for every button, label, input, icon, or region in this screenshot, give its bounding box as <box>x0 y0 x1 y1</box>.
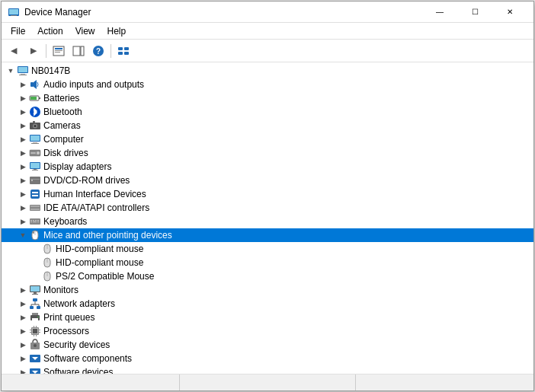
svg-rect-86 <box>39 332 40 333</box>
tree-item-processors[interactable]: ▶ Process <box>2 324 533 338</box>
toolbar-btn-4[interactable] <box>69 42 88 60</box>
ide-label: IDE ATA/ATAPI controllers <box>43 202 149 213</box>
svg-rect-21 <box>39 97 40 99</box>
security-expander[interactable]: ▶ <box>17 339 29 351</box>
window-title: Device Manager <box>24 7 422 18</box>
monitors-expander[interactable]: ▶ <box>17 284 29 296</box>
toolbar-btn-3[interactable] <box>50 42 68 60</box>
tree-item-computer[interactable]: ▶ Computer <box>2 132 533 146</box>
svg-rect-69 <box>33 298 37 301</box>
tree-item-print[interactable]: ▶ Print queues <box>2 311 533 324</box>
back-button[interactable]: ◀ <box>5 42 23 60</box>
disk-label: Disk drives <box>43 148 88 158</box>
close-button[interactable]: ✕ <box>492 2 527 23</box>
computer-expander[interactable]: ▶ <box>17 133 29 145</box>
menu-action[interactable]: Action <box>31 24 69 38</box>
software-devices-expander[interactable]: ▶ <box>17 366 29 374</box>
tree-item-keyboard[interactable]: ▶ Keyboards <box>2 215 533 228</box>
tree-item-monitors[interactable]: ▶ Monitors <box>2 283 533 297</box>
tree-item-software-components[interactable]: ▶ Software components <box>2 352 533 365</box>
svg-rect-47 <box>30 209 40 210</box>
svg-rect-71 <box>37 306 40 309</box>
network-expander[interactable]: ▶ <box>17 298 29 310</box>
maximize-button[interactable]: ☐ <box>457 2 492 23</box>
device-manager-window: Device Manager — ☐ ✕ File Action View He… <box>1 1 534 391</box>
svg-rect-50 <box>33 220 34 221</box>
svg-text:?: ? <box>96 47 101 56</box>
device-tree[interactable]: ▼ NB0147B ▶ <box>2 62 533 374</box>
svg-rect-43 <box>32 192 38 193</box>
root-label: NB0147B <box>31 65 70 76</box>
svg-point-26 <box>34 125 37 127</box>
minimize-button[interactable]: — <box>422 2 457 23</box>
tree-root[interactable]: ▼ NB0147B <box>2 64 533 78</box>
status-bar <box>2 374 533 390</box>
batteries-icon <box>29 92 41 104</box>
processors-expander[interactable]: ▶ <box>17 325 29 337</box>
svg-rect-38 <box>32 170 38 171</box>
svg-rect-29 <box>30 135 40 141</box>
help-button[interactable]: ? <box>89 42 107 60</box>
cameras-expander[interactable]: ▶ <box>17 120 29 132</box>
svg-rect-42 <box>30 190 40 199</box>
cameras-icon <box>29 120 41 132</box>
svg-rect-40 <box>30 179 40 180</box>
tree-item-hid-mouse-1[interactable]: ▶ HID-compliant mouse <box>2 242 533 256</box>
menu-file[interactable]: File <box>5 24 31 38</box>
tree-item-software-devices[interactable]: ▶ Software devices <box>2 365 533 374</box>
svg-rect-55 <box>37 221 39 222</box>
toolbar-btn-6[interactable] <box>114 42 133 60</box>
menu-help[interactable]: Help <box>101 24 133 38</box>
root-expander[interactable]: ▼ <box>5 65 17 77</box>
svg-point-41 <box>31 180 33 181</box>
tree-item-security[interactable]: ▶ Security devices <box>2 338 533 352</box>
display-expander[interactable]: ▶ <box>17 161 29 173</box>
processors-icon <box>29 325 41 337</box>
tree-item-audio[interactable]: ▶ Audio inputs and outputs <box>2 78 533 91</box>
tree-item-display[interactable]: ▶ Display adapters <box>2 160 533 174</box>
display-icon <box>29 161 41 173</box>
hid-expander[interactable]: ▶ <box>17 188 29 200</box>
audio-expander[interactable]: ▶ <box>17 78 29 91</box>
tree-item-ps2-mouse[interactable]: ▶ PS/2 Compatible Mouse <box>2 269 533 283</box>
tree-item-batteries[interactable]: ▶ Batteries <box>2 91 533 105</box>
svg-rect-18 <box>19 75 27 75</box>
tree-item-ide[interactable]: ▶ IDE ATA/ATAPI controllers <box>2 201 533 215</box>
svg-rect-4 <box>55 48 62 49</box>
batteries-label: Batteries <box>43 93 79 104</box>
tree-item-dvd[interactable]: ▶ DVD/CD-ROM drives <box>2 174 533 187</box>
computer-item-icon <box>29 133 41 145</box>
bluetooth-expander[interactable]: ▶ <box>17 106 29 118</box>
mice-expander[interactable]: ▼ <box>17 229 29 241</box>
dvd-expander[interactable]: ▶ <box>17 174 29 186</box>
software-devices-label: Software devices <box>43 367 113 374</box>
menu-view[interactable]: View <box>69 24 101 38</box>
keyboard-icon <box>29 215 41 228</box>
tree-item-network[interactable]: ▶ Network adapters <box>2 297 533 311</box>
svg-rect-83 <box>30 330 31 330</box>
software-components-expander[interactable]: ▶ <box>17 352 29 365</box>
computer-icon <box>17 65 29 77</box>
print-expander[interactable]: ▶ <box>17 311 29 323</box>
software-devices-icon <box>29 366 41 374</box>
svg-rect-2 <box>11 15 17 16</box>
batteries-expander[interactable]: ▶ <box>17 92 29 104</box>
hid-mouse-1-icon <box>41 243 53 255</box>
disk-expander[interactable]: ▶ <box>17 147 29 159</box>
tree-item-cameras[interactable]: ▶ Cameras <box>2 119 533 132</box>
dvd-icon <box>29 174 41 186</box>
tree-item-bluetooth[interactable]: ▶ Bluetooth <box>2 105 533 119</box>
forward-button[interactable]: ▶ <box>24 42 43 60</box>
security-label: Security devices <box>43 339 110 350</box>
tree-item-disk[interactable]: ▶ Disk drives <box>2 146 533 160</box>
tree-item-hid-mouse-2[interactable]: ▶ HID-compliant mouse <box>2 256 533 269</box>
svg-rect-53 <box>30 221 32 222</box>
ide-expander[interactable]: ▶ <box>17 202 29 214</box>
svg-rect-70 <box>30 306 34 309</box>
tree-item-hid[interactable]: ▶ Human Interface Devices <box>2 187 533 201</box>
keyboard-expander[interactable]: ▶ <box>17 215 29 228</box>
cameras-label: Cameras <box>43 120 81 131</box>
svg-rect-54 <box>33 221 37 222</box>
tree-item-mice[interactable]: ▼ Mice and other pointing devices <box>2 228 533 242</box>
status-segment-1 <box>5 374 180 390</box>
